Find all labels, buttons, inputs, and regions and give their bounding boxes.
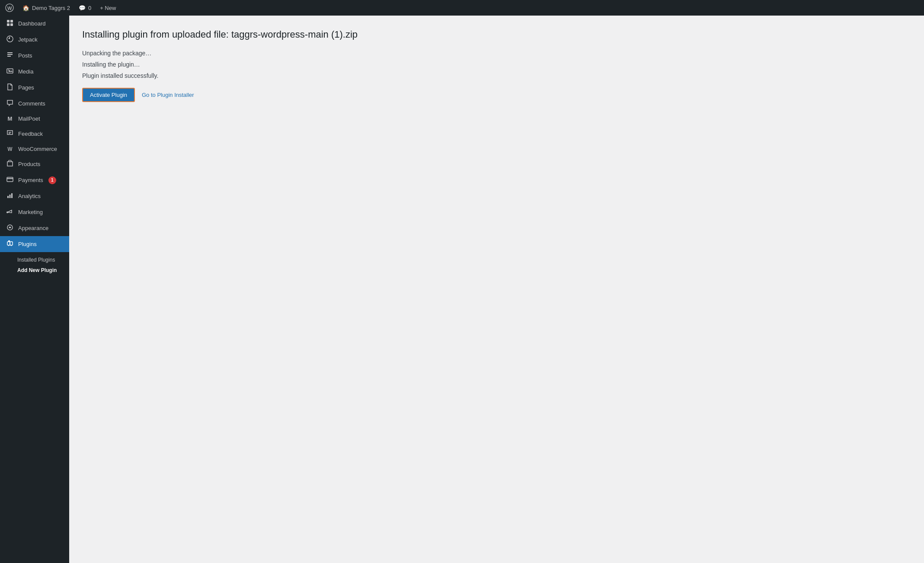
appearance-icon [6, 224, 14, 232]
sidebar-item-feedback[interactable]: Feedback [0, 126, 69, 142]
sidebar-item-marketing[interactable]: Marketing [0, 204, 69, 220]
admin-bar: W 🏠 Demo Taggrs 2 💬 0 + New [0, 0, 924, 16]
plugins-icon [6, 240, 14, 248]
adminbar-new[interactable]: + New [100, 5, 116, 11]
sidebar-label-feedback: Feedback [18, 131, 43, 137]
products-icon [6, 160, 14, 168]
svg-rect-4 [7, 23, 10, 26]
mailpoet-icon: M [6, 115, 14, 122]
sidebar-item-posts[interactable]: Posts [0, 48, 69, 64]
adminbar-comments[interactable]: 💬 0 [79, 5, 91, 11]
plugins-submenu: Installed Plugins Add New Plugin [0, 252, 69, 278]
analytics-icon [6, 192, 14, 200]
pages-icon [6, 83, 14, 92]
marketing-icon [6, 208, 14, 216]
sidebar-label-posts: Posts [18, 52, 32, 59]
status-installing: Installing the plugin… [82, 61, 911, 68]
sidebar-label-products: Products [18, 161, 40, 167]
woocommerce-icon: W [6, 146, 14, 152]
adminbar-site-name[interactable]: 🏠 Demo Taggrs 2 [22, 5, 70, 11]
svg-rect-10 [7, 196, 9, 198]
payments-icon [6, 176, 14, 184]
sidebar-item-appearance[interactable]: Appearance [0, 220, 69, 236]
sidebar-label-plugins: Plugins [18, 241, 37, 247]
feedback-icon [6, 130, 14, 138]
sidebar-label-pages: Pages [18, 84, 34, 91]
svg-rect-17 [7, 242, 10, 245]
sidebar-item-media[interactable]: Media [0, 64, 69, 80]
home-icon: 🏠 [22, 5, 29, 11]
svg-text:W: W [7, 6, 12, 11]
sidebar-label-jetpack: Jetpack [18, 36, 38, 43]
sidebar-item-jetpack[interactable]: Jetpack [0, 32, 69, 48]
svg-rect-3 [10, 20, 13, 22]
page-title: Installing plugin from uploaded file: ta… [82, 29, 911, 41]
submenu-add-new-plugin[interactable]: Add New Plugin [0, 265, 69, 275]
adminbar-wp-logo[interactable]: W [5, 3, 14, 12]
sidebar-item-comments[interactable]: Comments [0, 96, 69, 112]
activate-plugin-button[interactable]: Activate Plugin [82, 88, 135, 102]
sidebar-label-media: Media [18, 68, 33, 75]
posts-icon [6, 51, 14, 60]
sidebar-item-dashboard[interactable]: Dashboard [0, 16, 69, 32]
sidebar-label-payments: Payments [18, 177, 43, 183]
submenu-installed-plugins[interactable]: Installed Plugins [0, 255, 69, 265]
jetpack-icon [6, 35, 14, 44]
sidebar-label-appearance: Appearance [18, 225, 48, 231]
svg-rect-9 [7, 177, 13, 182]
sidebar-item-mailpoet[interactable]: M MailPoet [0, 112, 69, 126]
sidebar-item-products[interactable]: Products [0, 156, 69, 172]
dashboard-icon [6, 19, 14, 28]
svg-rect-12 [11, 193, 13, 198]
payments-badge: 1 [48, 176, 56, 184]
comments-sidebar-icon [6, 99, 14, 108]
sidebar-label-analytics: Analytics [18, 193, 41, 199]
svg-point-8 [8, 70, 9, 70]
comments-icon: 💬 [79, 5, 86, 11]
action-buttons: Activate Plugin Go to Plugin Installer [82, 88, 911, 102]
sidebar-label-dashboard: Dashboard [18, 20, 46, 27]
main-content: Installing plugin from uploaded file: ta… [69, 16, 924, 563]
svg-rect-2 [7, 20, 10, 22]
svg-point-13 [6, 211, 8, 213]
sidebar-label-marketing: Marketing [18, 209, 43, 215]
status-unpacking: Unpacking the package… [82, 50, 911, 57]
go-to-installer-link[interactable]: Go to Plugin Installer [142, 92, 194, 98]
svg-rect-5 [10, 23, 13, 26]
sidebar-item-pages[interactable]: Pages [0, 80, 69, 96]
sidebar-label-comments: Comments [18, 100, 45, 107]
svg-rect-11 [10, 195, 11, 198]
media-icon [6, 67, 14, 76]
svg-rect-16 [10, 242, 13, 245]
sidebar: Dashboard Jetpack Posts Media Pages [0, 16, 69, 563]
sidebar-item-payments[interactable]: Payments 1 [0, 172, 69, 188]
sidebar-label-mailpoet: MailPoet [18, 115, 40, 122]
sidebar-label-woocommerce: WooCommerce [18, 146, 57, 152]
sidebar-item-analytics[interactable]: Analytics [0, 188, 69, 204]
sidebar-item-woocommerce[interactable]: W WooCommerce [0, 142, 69, 156]
sidebar-item-plugins[interactable]: Plugins [0, 236, 69, 252]
status-success: Plugin installed successfully. [82, 72, 911, 79]
